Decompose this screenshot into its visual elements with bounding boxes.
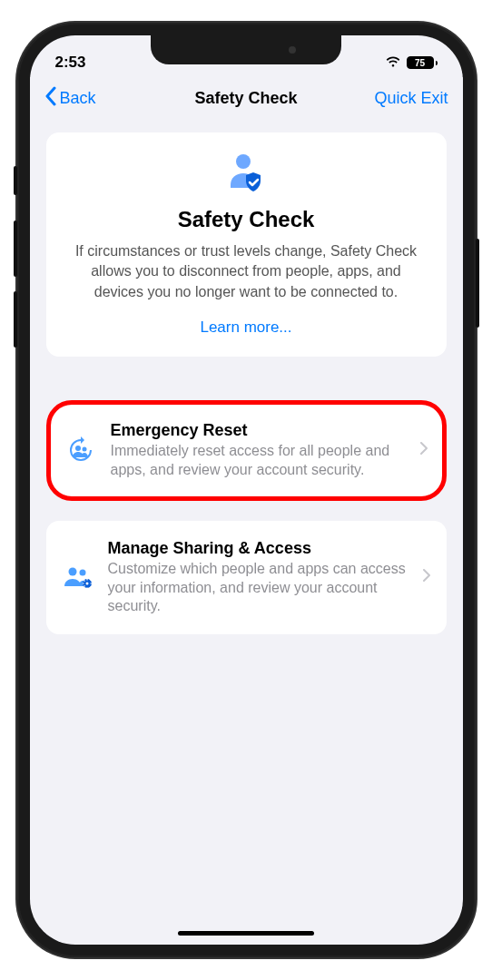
back-label: Back [60,89,96,108]
svg-point-3 [68,568,76,576]
chevron-right-icon [423,569,430,585]
status-time: 2:53 [55,54,86,72]
screen: 2:53 75 Back Safety Check Quick Exit [30,35,463,945]
nav-title: Safety Check [194,89,297,108]
learn-more-link[interactable]: Learn more... [64,318,428,337]
svg-point-2 [82,447,86,452]
quick-exit-button[interactable]: Quick Exit [374,89,448,108]
hero-description: If circumstances or trust levels change,… [64,241,428,302]
svg-point-6 [85,583,88,585]
emergency-reset-icon [65,436,96,465]
notch [151,35,341,64]
svg-point-0 [236,154,251,169]
volume-down-button [14,291,17,348]
battery-level: 75 [407,56,434,69]
back-button[interactable]: Back [44,86,96,111]
manage-sharing-icon [63,564,93,590]
manage-sharing-description: Customize which people and apps can acce… [108,560,408,616]
svg-point-4 [79,570,85,576]
home-indicator[interactable] [178,931,314,936]
status-right: 75 [385,54,438,72]
wifi-icon [385,54,401,72]
chevron-left-icon [44,86,56,111]
svg-point-1 [75,446,81,451]
volume-up-button [14,220,17,277]
manage-sharing-title: Manage Sharing & Access [108,539,408,558]
hero-card: Safety Check If circumstances or trust l… [46,132,447,357]
hero-title: Safety Check [64,207,428,232]
battery-indicator: 75 [407,56,438,69]
phone-frame: 2:53 75 Back Safety Check Quick Exit [17,23,476,957]
content: Safety Check If circumstances or trust l… [30,122,463,665]
safety-check-icon [64,152,428,194]
emergency-reset-option[interactable]: Emergency Reset Immediately reset access… [46,400,447,501]
manage-sharing-option[interactable]: Manage Sharing & Access Customize which … [46,521,447,634]
power-button [476,239,479,328]
emergency-reset-description: Immediately reset access for all people … [111,442,406,480]
silence-switch [14,166,17,195]
nav-bar: Back Safety Check Quick Exit [30,77,463,122]
chevron-right-icon [420,442,428,458]
emergency-reset-title: Emergency Reset [111,421,406,440]
